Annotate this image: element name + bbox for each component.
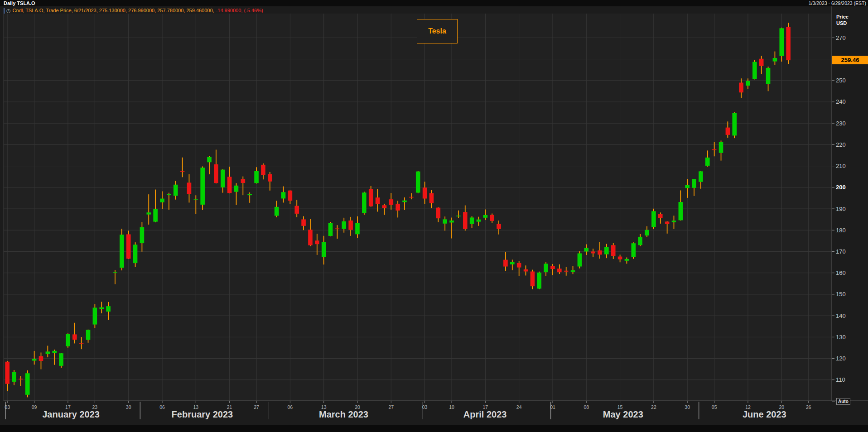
candle-body <box>739 82 743 92</box>
candle-body <box>786 27 791 60</box>
candle-body <box>153 209 158 221</box>
candle-body <box>705 158 710 166</box>
candle-body <box>25 373 30 394</box>
candle-body <box>46 351 50 354</box>
candle[interactable] <box>59 353 63 368</box>
x-tick-label: 05 <box>712 404 717 410</box>
y-axis-title-price: Price <box>836 14 849 20</box>
legend-accent-bar <box>4 8 5 14</box>
y-tick-label: 220 <box>836 141 846 148</box>
candle[interactable] <box>328 222 333 236</box>
candle-body <box>214 164 218 183</box>
month-label: February 2023 <box>172 409 233 419</box>
candle[interactable] <box>25 370 30 397</box>
auto-scale-button[interactable]: Auto <box>836 398 850 405</box>
candle[interactable] <box>752 60 757 79</box>
candle[interactable] <box>578 251 582 269</box>
candle-body <box>241 179 246 183</box>
candle-body <box>167 194 171 195</box>
candle-body <box>618 257 622 259</box>
x-tick-label: 26 <box>806 404 811 410</box>
y-axis-title-usd: USD <box>836 20 849 26</box>
candle-body <box>19 379 23 379</box>
y-tick-label: 240 <box>836 98 846 105</box>
candle-body <box>146 212 151 214</box>
candle-body <box>126 234 131 259</box>
candle-body <box>221 170 225 187</box>
candle-body <box>578 253 582 266</box>
candle-body <box>645 230 649 235</box>
candle-body <box>584 248 588 251</box>
x-tick-label: 27 <box>388 404 394 410</box>
last-price-badge: 259.46 <box>832 56 868 64</box>
month-label: June 2023 <box>743 409 786 419</box>
candle-body <box>99 307 104 309</box>
month-label: March 2023 <box>319 409 368 419</box>
month-label: May 2023 <box>603 409 643 419</box>
legend-ohlc-text: Cndl, TSLA.O, Trade Price, 6/21/2023, 27… <box>13 8 214 13</box>
candle[interactable] <box>120 229 124 270</box>
x-tick-label: 09 <box>32 404 37 410</box>
candle-body <box>429 193 434 203</box>
candle-body <box>362 192 366 213</box>
candle-body <box>651 211 656 227</box>
candle-body <box>719 142 723 153</box>
candle[interactable] <box>362 192 366 215</box>
candle-body <box>470 217 474 224</box>
candle-body <box>355 223 360 234</box>
candle[interactable] <box>732 112 737 138</box>
last-price-value: 259.46 <box>841 57 859 63</box>
x-tick-label: 10 <box>449 404 454 410</box>
candle-body <box>348 221 353 230</box>
candle[interactable] <box>369 186 373 207</box>
candle-body <box>517 263 521 268</box>
candle-body <box>712 149 717 150</box>
y-tick-label: 180 <box>836 227 846 234</box>
plot-area[interactable] <box>4 14 832 401</box>
x-tick-label: 24 <box>516 404 522 410</box>
bottom-strip <box>0 425 868 432</box>
candle-body <box>449 221 454 222</box>
candle-body <box>638 237 642 245</box>
candle-body <box>315 240 319 244</box>
candle-body <box>32 359 37 361</box>
candle-body <box>436 208 441 219</box>
candle-body <box>497 224 501 229</box>
y-tick-label: 150 <box>836 291 846 298</box>
candle-body <box>180 171 185 172</box>
candle[interactable] <box>126 230 131 259</box>
candle[interactable] <box>537 272 541 289</box>
candle-body <box>247 194 252 196</box>
y-tick-label: 230 <box>836 120 846 127</box>
candle-body <box>726 128 730 135</box>
candle-body <box>537 273 541 289</box>
y-tick-label: 170 <box>836 248 846 255</box>
candle[interactable] <box>416 171 420 193</box>
candle-body <box>72 334 77 340</box>
candle-body <box>335 228 340 229</box>
y-tick-label: 110 <box>836 376 845 383</box>
candle[interactable] <box>66 333 70 348</box>
candle-body <box>12 372 16 382</box>
candle[interactable] <box>786 23 791 64</box>
candle-body <box>510 262 515 264</box>
candle[interactable] <box>651 209 656 229</box>
candle[interactable] <box>632 242 636 259</box>
y-tick-label: 160 <box>836 269 846 276</box>
candle-body <box>227 177 232 193</box>
x-tick-label: 06 <box>288 404 293 410</box>
candlestick-chart[interactable]: 2702602502402302202102001901801701601501… <box>0 0 868 432</box>
candle-body <box>463 212 468 229</box>
candle[interactable] <box>93 304 97 328</box>
candle-body <box>86 330 91 340</box>
series-legend[interactable]: ◷ Cndl, TSLA.O, Trade Price, 6/21/2023, … <box>4 7 263 14</box>
candle-body <box>409 197 414 198</box>
candle[interactable] <box>200 166 205 210</box>
candle-body <box>342 221 346 229</box>
y-tick-label: 210 <box>836 163 846 169</box>
annotation-box[interactable]: Tesla <box>417 19 458 43</box>
x-tick-label: 30 <box>126 404 131 410</box>
candle-body <box>477 220 481 222</box>
candle-body <box>5 362 10 384</box>
legend-change-text: -14.990000, (-5.46%) <box>216 8 263 13</box>
